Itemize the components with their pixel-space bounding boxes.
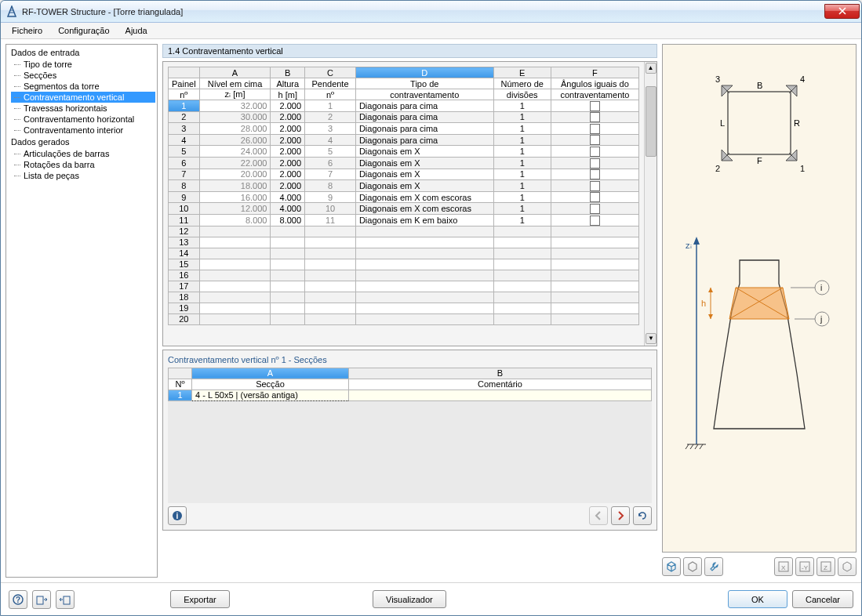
info-icon: i bbox=[171, 509, 184, 522]
svg-text:F: F bbox=[757, 156, 762, 165]
diagram-viewport[interactable]: 3 4 2 1 L R B F zᵢ bbox=[662, 44, 857, 553]
table-row[interactable]: 1 4 - L 50x5 | (versão antiga) bbox=[169, 390, 652, 400]
export-icon-button[interactable] bbox=[56, 590, 75, 609]
tree-item[interactable]: Contraventamento horizontal bbox=[11, 114, 155, 125]
tree-item[interactable]: Contraventamento interior bbox=[11, 125, 155, 136]
ok-button[interactable]: OK bbox=[728, 590, 787, 608]
tree-header-input: Dados de entrada bbox=[11, 46, 155, 59]
table-row[interactable]: 916.0004.0009Diagonais em X com escoras1 bbox=[169, 191, 639, 203]
tree-item[interactable]: Contraventamento vertical bbox=[11, 92, 155, 103]
nav-tree[interactable]: Dados de entrada Tipo de torreSecçõesSeg… bbox=[5, 44, 158, 578]
scroll-thumb[interactable] bbox=[646, 86, 657, 157]
close-button[interactable] bbox=[824, 4, 860, 19]
close-icon bbox=[838, 7, 846, 15]
sub-grid-container: Contraventamento vertical nº 1 - Secções… bbox=[162, 350, 657, 531]
main-grid[interactable]: A B C D E F Painel Nível em cima Altura … bbox=[168, 67, 639, 325]
revert-button[interactable] bbox=[633, 506, 652, 525]
prev-button[interactable] bbox=[589, 506, 608, 525]
sub-grid[interactable]: A B Nº Secção Comentário 1 4 - L 50x5 | … bbox=[168, 368, 652, 401]
svg-text:j: j bbox=[820, 315, 822, 324]
axis-y-icon: -Y bbox=[798, 560, 811, 573]
view-3d-button[interactable] bbox=[662, 557, 681, 576]
viewer-button[interactable]: Visualizador bbox=[373, 590, 446, 608]
svg-line-37 bbox=[690, 444, 693, 449]
table-row[interactable]: 230.0002.0002Diagonais para cima1 bbox=[169, 111, 639, 123]
svg-marker-20 bbox=[693, 237, 700, 245]
table-row[interactable]: 1012.0004.00010Diagonais em X com escora… bbox=[169, 203, 639, 215]
wireframe-icon bbox=[686, 560, 699, 573]
table-row[interactable]: 17 bbox=[169, 281, 639, 292]
panel-title: 1.4 Contraventamento vertical bbox=[162, 44, 657, 58]
svg-text:L: L bbox=[720, 118, 725, 128]
export-button[interactable]: Exportar bbox=[170, 590, 230, 608]
table-row[interactable]: 118.0008.00011Diagonais em K em baixo1 bbox=[169, 214, 639, 226]
cube-icon bbox=[665, 560, 678, 573]
view-tool-button[interactable] bbox=[704, 557, 723, 576]
tree-item[interactable]: Articulações de barras bbox=[11, 148, 155, 159]
menubar: Ficheiro Configuração Ajuda bbox=[1, 23, 861, 39]
table-row[interactable]: 13 bbox=[169, 237, 639, 248]
table-row[interactable]: 818.0002.0008Diagonais em X1 bbox=[169, 180, 639, 192]
view-wire-button[interactable] bbox=[683, 557, 702, 576]
axis-y-button[interactable]: -Y bbox=[795, 557, 814, 576]
chevron-left-icon bbox=[592, 509, 605, 522]
svg-rect-48 bbox=[37, 596, 43, 604]
table-row[interactable]: 15 bbox=[169, 259, 639, 270]
titlebar[interactable]: RF-TOWER Structure - [Torre triangulada] bbox=[1, 1, 861, 23]
table-row[interactable]: 524.0002.0005Diagonais em X1 bbox=[169, 146, 639, 158]
table-row[interactable]: 19 bbox=[169, 303, 639, 313]
table-row[interactable]: 328.0002.0003Diagonais para cima1 bbox=[169, 123, 639, 135]
tree-item[interactable]: Rotações da barra bbox=[11, 159, 155, 170]
import-button[interactable] bbox=[32, 590, 51, 609]
next-button[interactable] bbox=[611, 506, 630, 525]
tower-diagram: 3 4 2 1 L R B F zᵢ bbox=[663, 45, 856, 531]
axis-iso-button[interactable] bbox=[838, 557, 857, 576]
table-row[interactable]: 14 bbox=[169, 248, 639, 259]
svg-text:2: 2 bbox=[715, 164, 720, 173]
svg-text:X: X bbox=[781, 564, 786, 571]
svg-text:R: R bbox=[794, 118, 800, 128]
content-area: Dados de entrada Tipo de torreSecçõesSeg… bbox=[1, 39, 861, 582]
tree-item[interactable]: Segmentos da torre bbox=[11, 81, 155, 92]
axis-z-button[interactable]: Z bbox=[817, 557, 835, 576]
tree-item[interactable]: Secções bbox=[11, 70, 155, 81]
axis-x-button[interactable]: X bbox=[774, 557, 793, 576]
table-row[interactable]: 132.0002.0001Diagonais para cima1 bbox=[169, 100, 639, 112]
export-icon bbox=[59, 593, 71, 606]
table-row[interactable]: 16 bbox=[169, 270, 639, 281]
help-button[interactable]: ? bbox=[9, 590, 27, 609]
help-icon: ? bbox=[12, 593, 24, 606]
import-icon bbox=[35, 593, 48, 606]
info-button[interactable]: i bbox=[168, 506, 187, 525]
svg-marker-22 bbox=[729, 288, 789, 319]
table-row[interactable]: 720.0002.0007Diagonais em X1 bbox=[169, 168, 639, 180]
menu-help[interactable]: Ajuda bbox=[119, 24, 154, 37]
svg-text:3: 3 bbox=[715, 74, 720, 84]
table-row[interactable]: 12 bbox=[169, 226, 639, 237]
table-row[interactable]: 426.0002.0004Diagonais para cima1 bbox=[169, 134, 639, 146]
table-row[interactable]: 18 bbox=[169, 292, 639, 303]
chevron-right-icon bbox=[614, 509, 627, 522]
cancel-button[interactable]: Cancelar bbox=[792, 590, 853, 608]
table-row[interactable]: 20 bbox=[169, 313, 639, 324]
footer-bar: ? Exportar Visualizador OK Cancelar bbox=[1, 582, 861, 615]
menu-file[interactable]: Ficheiro bbox=[5, 24, 49, 37]
svg-text:zᵢ: zᵢ bbox=[686, 241, 692, 250]
svg-text:h: h bbox=[701, 299, 706, 308]
tree-item[interactable]: Travessas horizontais bbox=[11, 103, 155, 114]
svg-marker-27 bbox=[708, 314, 713, 319]
app-window: RF-TOWER Structure - [Torre triangulada]… bbox=[0, 0, 862, 616]
svg-text:4: 4 bbox=[800, 74, 805, 84]
table-row[interactable]: 622.0002.0006Diagonais em X1 bbox=[169, 157, 639, 168]
main-panel: 1.4 Contraventamento vertical A B C D E … bbox=[162, 44, 657, 578]
window-title: RF-TOWER Structure - [Torre triangulada] bbox=[22, 7, 824, 16]
svg-line-39 bbox=[700, 444, 703, 449]
tree-item[interactable]: Lista de peças bbox=[11, 170, 155, 181]
scroll-down-icon[interactable]: ▼ bbox=[646, 333, 657, 344]
scroll-up-icon[interactable]: ▲ bbox=[646, 63, 657, 74]
tree-header-output: Dados gerados bbox=[11, 136, 155, 148]
grid-scrollbar[interactable]: ▲ ▼ bbox=[644, 62, 657, 346]
tree-item[interactable]: Tipo de torre bbox=[11, 59, 155, 70]
right-panel: 3 4 2 1 L R B F zᵢ bbox=[662, 44, 857, 578]
menu-config[interactable]: Configuração bbox=[52, 24, 115, 37]
